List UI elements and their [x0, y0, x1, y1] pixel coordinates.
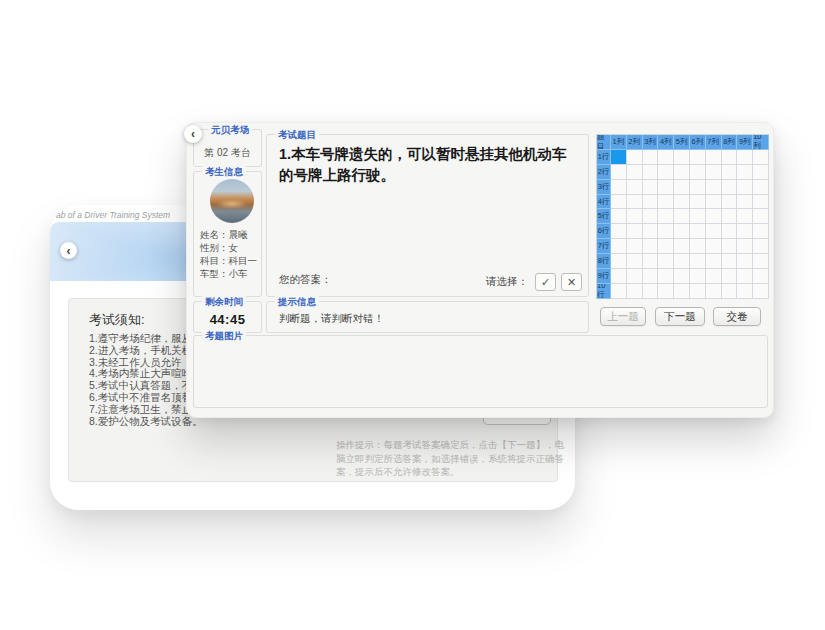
- grid-question-cell[interactable]: [753, 239, 769, 254]
- grid-question-cell[interactable]: [658, 165, 674, 180]
- grid-question-cell[interactable]: [627, 150, 643, 165]
- next-question-button[interactable]: 下一题: [655, 307, 705, 326]
- grid-question-cell[interactable]: [690, 150, 706, 165]
- answer-true-button[interactable]: ✓: [535, 273, 556, 291]
- grid-question-cell[interactable]: [737, 195, 753, 210]
- answer-false-button[interactable]: ✕: [561, 273, 582, 291]
- grid-question-cell[interactable]: [753, 224, 769, 239]
- grid-question-cell[interactable]: [611, 180, 627, 195]
- grid-question-cell[interactable]: [674, 195, 690, 210]
- grid-question-cell[interactable]: [643, 239, 659, 254]
- grid-question-cell[interactable]: [753, 254, 769, 269]
- grid-question-cell[interactable]: [706, 165, 722, 180]
- grid-question-cell[interactable]: [722, 195, 738, 210]
- grid-question-cell[interactable]: [643, 150, 659, 165]
- grid-question-cell[interactable]: [643, 284, 659, 299]
- grid-question-cell[interactable]: [658, 269, 674, 284]
- grid-question-cell[interactable]: [737, 165, 753, 180]
- grid-question-cell[interactable]: [722, 269, 738, 284]
- grid-question-cell[interactable]: [627, 239, 643, 254]
- grid-question-cell[interactable]: [643, 209, 659, 224]
- grid-question-cell[interactable]: [690, 209, 706, 224]
- grid-question-cell[interactable]: [753, 269, 769, 284]
- grid-question-cell[interactable]: [753, 195, 769, 210]
- grid-question-cell[interactable]: [658, 239, 674, 254]
- grid-question-cell[interactable]: [722, 254, 738, 269]
- grid-question-cell[interactable]: [706, 284, 722, 299]
- grid-question-cell[interactable]: [753, 150, 769, 165]
- grid-question-cell[interactable]: [706, 269, 722, 284]
- grid-question-cell[interactable]: [674, 224, 690, 239]
- grid-question-cell[interactable]: [690, 254, 706, 269]
- grid-question-cell[interactable]: [627, 165, 643, 180]
- grid-question-cell[interactable]: [737, 239, 753, 254]
- grid-question-cell[interactable]: [627, 254, 643, 269]
- grid-question-cell[interactable]: [706, 224, 722, 239]
- previous-question-button[interactable]: 上一题: [600, 307, 646, 326]
- grid-question-cell[interactable]: [722, 165, 738, 180]
- grid-question-cell[interactable]: [737, 180, 753, 195]
- grid-question-cell[interactable]: [627, 224, 643, 239]
- grid-question-cell[interactable]: [722, 180, 738, 195]
- grid-question-cell[interactable]: [643, 224, 659, 239]
- grid-question-cell[interactable]: [706, 150, 722, 165]
- grid-question-cell[interactable]: [753, 165, 769, 180]
- grid-question-cell[interactable]: [690, 180, 706, 195]
- grid-question-cell[interactable]: [643, 269, 659, 284]
- grid-question-cell[interactable]: [627, 195, 643, 210]
- grid-question-cell[interactable]: [611, 284, 627, 299]
- grid-question-cell[interactable]: [690, 239, 706, 254]
- grid-question-cell[interactable]: [737, 150, 753, 165]
- grid-question-cell[interactable]: [611, 269, 627, 284]
- grid-question-cell[interactable]: [706, 195, 722, 210]
- grid-question-cell[interactable]: [690, 224, 706, 239]
- grid-question-cell[interactable]: [611, 209, 627, 224]
- grid-question-cell[interactable]: [627, 209, 643, 224]
- grid-question-cell[interactable]: [658, 150, 674, 165]
- grid-question-cell[interactable]: [643, 195, 659, 210]
- back-button[interactable]: ‹: [60, 242, 77, 259]
- grid-question-cell[interactable]: [706, 254, 722, 269]
- grid-question-cell[interactable]: [643, 165, 659, 180]
- grid-question-cell[interactable]: [690, 165, 706, 180]
- grid-question-cell[interactable]: [658, 209, 674, 224]
- grid-question-cell[interactable]: [674, 209, 690, 224]
- grid-question-cell[interactable]: [627, 269, 643, 284]
- grid-question-cell[interactable]: [706, 239, 722, 254]
- grid-question-cell[interactable]: [611, 224, 627, 239]
- grid-question-cell[interactable]: [737, 254, 753, 269]
- grid-question-cell[interactable]: [674, 180, 690, 195]
- grid-question-cell[interactable]: [722, 239, 738, 254]
- grid-question-cell[interactable]: [737, 224, 753, 239]
- grid-question-cell[interactable]: [753, 284, 769, 299]
- grid-question-cell[interactable]: [722, 224, 738, 239]
- grid-question-cell[interactable]: [674, 269, 690, 284]
- grid-question-cell[interactable]: [611, 195, 627, 210]
- grid-question-cell[interactable]: [658, 180, 674, 195]
- grid-question-cell[interactable]: [627, 180, 643, 195]
- grid-question-cell[interactable]: [611, 239, 627, 254]
- grid-question-cell[interactable]: [690, 195, 706, 210]
- grid-question-cell[interactable]: [658, 284, 674, 299]
- grid-question-cell[interactable]: [611, 254, 627, 269]
- grid-question-cell[interactable]: [611, 165, 627, 180]
- grid-question-cell[interactable]: [722, 150, 738, 165]
- grid-question-cell[interactable]: [737, 284, 753, 299]
- grid-question-cell[interactable]: [706, 180, 722, 195]
- grid-question-cell[interactable]: [674, 284, 690, 299]
- grid-question-cell[interactable]: [690, 284, 706, 299]
- submit-paper-button[interactable]: 交卷: [713, 307, 761, 326]
- grid-question-cell[interactable]: [722, 284, 738, 299]
- grid-question-cell[interactable]: [706, 209, 722, 224]
- grid-question-cell[interactable]: [658, 195, 674, 210]
- grid-question-cell[interactable]: [674, 150, 690, 165]
- grid-question-cell[interactable]: [643, 254, 659, 269]
- grid-question-cell[interactable]: [658, 254, 674, 269]
- grid-question-cell[interactable]: [753, 209, 769, 224]
- grid-question-cell[interactable]: [674, 254, 690, 269]
- grid-question-cell[interactable]: [643, 180, 659, 195]
- grid-question-cell[interactable]: [737, 209, 753, 224]
- grid-question-cell[interactable]: [674, 239, 690, 254]
- grid-question-cell[interactable]: [753, 180, 769, 195]
- grid-question-cell[interactable]: [611, 150, 627, 165]
